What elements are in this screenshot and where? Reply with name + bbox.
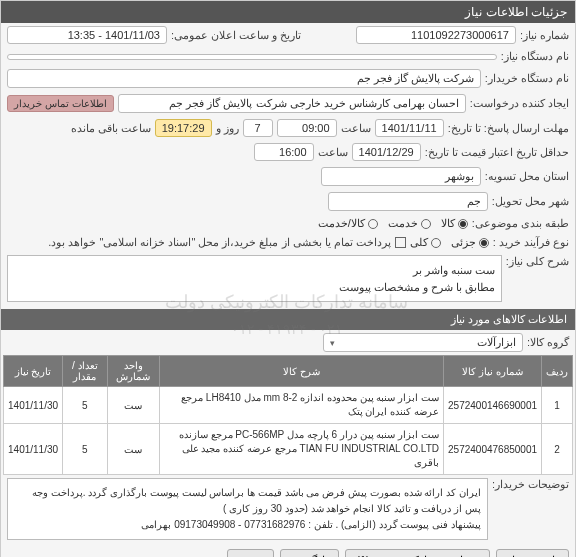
city-value: جم [328, 192, 488, 211]
topic-radio-group: کالا خدمت کالا/خدمت [318, 217, 468, 230]
cell-idx: 2 [542, 424, 573, 475]
cell-date: 1401/11/30 [4, 387, 63, 424]
radio-dot-icon [458, 219, 468, 229]
validity-time: 16:00 [254, 143, 314, 161]
radio-dot-icon [368, 219, 378, 229]
device-label: نام دستگاه نیاز: [501, 50, 569, 63]
th-desc: شرح کالا [160, 356, 444, 387]
province-value: بوشهر [321, 167, 481, 186]
th-qty: تعداد / مقدار [63, 356, 108, 387]
goods-group-label: گروه کالا: [527, 336, 569, 349]
deadline-time: 09:00 [277, 119, 337, 137]
table-header-row: ردیف شماره نیاز کالا شرح کالا واحد شمارش… [4, 356, 573, 387]
time-label-1: ساعت [341, 122, 371, 135]
cell-code: 2572400146690001 [444, 387, 542, 424]
radio-partial[interactable]: جزئی [451, 236, 489, 249]
goods-group-value: ابزارآلات [477, 336, 516, 349]
radio-dot-icon [431, 238, 441, 248]
th-idx: ردیف [542, 356, 573, 387]
deadline-date: 1401/11/11 [375, 119, 444, 137]
cell-desc: ست ابزار سنبه پین درار 6 پارچه مدل PC-56… [160, 424, 444, 475]
cell-unit: ست [107, 387, 160, 424]
goods-section-header: اطلاعات کالاهای مورد نیاز [1, 309, 575, 330]
radio-goods[interactable]: کالا [441, 217, 468, 230]
radio-goods-service[interactable]: کالا/خدمت [318, 217, 378, 230]
deadline-label: مهلت ارسال پاسخ: تا تاریخ: [448, 122, 569, 135]
th-code: شماره نیاز کالا [444, 356, 542, 387]
goods-table: ردیف شماره نیاز کالا شرح کالا واحد شمارش… [3, 355, 573, 475]
panel-header: جزئیات اطلاعات نیاز [1, 1, 575, 23]
cell-qty: 5 [63, 424, 108, 475]
chevron-down-icon: ▾ [330, 338, 335, 348]
table-row: 2 2572400476850001 ست ابزار سنبه پین درا… [4, 424, 573, 475]
back-button[interactable]: بازگشت [280, 549, 339, 557]
validity-label: حداقل تاریخ اعتبار قیمت تا تاریخ: [425, 146, 569, 159]
contact-info-button[interactable]: اطلاعات تماس خریدار [7, 95, 114, 112]
purchase-type-label: نوع فرآیند خرید : [493, 236, 569, 249]
device-value [7, 54, 497, 60]
radio-dot-icon [479, 238, 489, 248]
cell-date: 1401/11/30 [4, 424, 63, 475]
cell-unit: ست [107, 424, 160, 475]
province-label: استان محل تسویه: [485, 170, 569, 183]
days-remaining: 7 [243, 119, 273, 137]
buyer-value: شرکت پالایش گاز فجر جم [7, 69, 481, 88]
time-label-2: ساعت [318, 146, 348, 159]
topic-label: طبقه بندی موضوعی: [472, 217, 569, 230]
need-desc-line2: مطابق با شرح و مشخصات پیوست [14, 279, 495, 296]
need-desc-line1: ست سنبه واشر بر [14, 262, 495, 279]
cell-desc: ست ابزار سنبه پین محدوده اندازه mm 8-2 م… [160, 387, 444, 424]
close-button[interactable]: خروج [227, 549, 274, 557]
buyer-label: نام دستگاه خریدار: [485, 72, 569, 85]
purchase-radio-group: جزئی کلی [410, 236, 489, 249]
cell-code: 2572400476850001 [444, 424, 542, 475]
remain-label: ساعت باقی مانده [71, 122, 151, 135]
radio-service[interactable]: خدمت [388, 217, 431, 230]
reply-button[interactable]: پاسخ به نیاز [496, 549, 569, 557]
th-date: تاریخ نیاز [4, 356, 63, 387]
need-desc-box: ست سنبه واشر بر مطابق با شرح و مشخصات پی… [7, 255, 502, 302]
th-unit: واحد شمارش [107, 356, 160, 387]
cell-idx: 1 [542, 387, 573, 424]
announce-label: تاریخ و ساعت اعلان عمومی: [171, 29, 301, 42]
radio-dot-icon [421, 219, 431, 229]
validity-date: 1401/12/29 [352, 143, 421, 161]
announce-value: 1401/11/03 - 13:35 [7, 26, 167, 44]
need-number-label: شماره نیاز: [520, 29, 569, 42]
treasury-checkbox[interactable] [395, 237, 406, 248]
goods-group-select[interactable]: ابزارآلات ▾ [323, 333, 523, 352]
time-remaining: 19:17:29 [155, 119, 212, 137]
footer-actions: پاسخ به نیاز مشاهده مدارک پیوستی (1) باز… [1, 543, 575, 557]
table-row: 1 2572400146690001 ست ابزار سنبه پین محد… [4, 387, 573, 424]
city-label: شهر محل تحویل: [492, 195, 569, 208]
buyer-notes-label: توضیحات خریدار: [492, 478, 569, 491]
need-number-value: 1101092273000617 [356, 26, 516, 44]
need-desc-label: شرح کلی نیاز: [506, 255, 569, 268]
requester-label: ایجاد کننده درخواست: [470, 97, 569, 110]
buyer-notes-box: ایران کد ارائه شده بصورت پیش فرض می باشد… [7, 478, 488, 540]
cell-qty: 5 [63, 387, 108, 424]
days-label: روز و [216, 122, 239, 135]
radio-full[interactable]: کلی [410, 236, 441, 249]
payment-note: پرداخت تمام یا بخشی از مبلغ خرید،از محل … [48, 236, 391, 249]
requester-value: احسان بهرامی کارشناس خرید خارجی شرکت پال… [118, 94, 466, 113]
attachments-button[interactable]: مشاهده مدارک پیوستی (1) [345, 549, 490, 557]
